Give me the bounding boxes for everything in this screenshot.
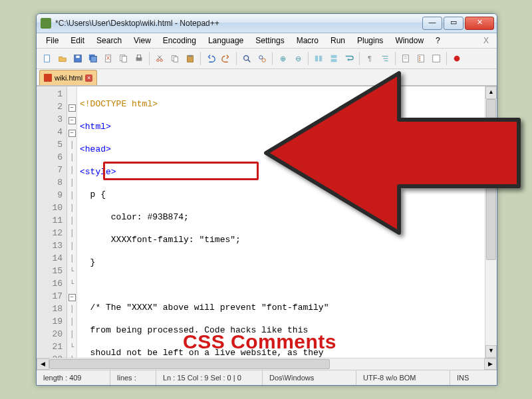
menubar: File Edit Search View Encoding Language …: [37, 33, 497, 49]
svg-rect-26: [331, 55, 337, 58]
maximize-button[interactable]: ▭: [444, 17, 464, 30]
tab-wiki[interactable]: wiki.html ×: [39, 70, 97, 85]
svg-point-36: [419, 58, 420, 59]
status-mode: INS: [450, 370, 497, 385]
status-position: Ln : 15 Col : 9 Sel : 0 | 0: [156, 370, 263, 385]
fold-column[interactable]: − − − ││││││││││ └ └ − │││ └ └: [67, 86, 77, 358]
status-lines: lines :: [110, 370, 156, 385]
statusbar: length : 409 lines : Ln : 15 Col : 9 Sel…: [37, 370, 497, 385]
close-button[interactable]: ✕: [465, 17, 494, 30]
svg-point-12: [157, 59, 160, 62]
new-file-icon[interactable]: [41, 52, 54, 65]
menu-run[interactable]: Run: [325, 35, 350, 47]
undo-icon[interactable]: [204, 52, 217, 65]
cut-icon[interactable]: [153, 52, 166, 65]
svg-point-39: [454, 56, 460, 62]
menu-view[interactable]: View: [128, 35, 156, 47]
folder-view-icon[interactable]: [430, 52, 443, 65]
scroll-down-icon[interactable]: ▼: [485, 345, 497, 358]
svg-rect-2: [76, 56, 79, 59]
status-eol: Dos\Windows: [263, 370, 356, 385]
paste-icon[interactable]: [184, 52, 197, 65]
svg-rect-24: [315, 56, 318, 62]
window-controls: — ▭ ✕: [422, 17, 494, 30]
function-list-icon[interactable]: [414, 52, 428, 65]
indent-guide-icon[interactable]: [378, 52, 392, 65]
tab-close-icon[interactable]: ×: [85, 74, 92, 82]
copy-icon[interactable]: [168, 52, 182, 65]
minimize-button[interactable]: —: [422, 17, 442, 30]
toolbar: ⊕ ⊖ ¶: [37, 49, 497, 69]
scroll-right-icon[interactable]: ▶: [484, 358, 497, 370]
replace-icon[interactable]: [255, 52, 269, 65]
menu-macro[interactable]: Macro: [291, 35, 324, 47]
show-all-chars-icon[interactable]: ¶: [363, 52, 376, 65]
sync-h-icon[interactable]: [327, 52, 340, 65]
svg-line-21: [248, 60, 251, 63]
svg-rect-9: [122, 57, 126, 63]
vertical-scrollbar[interactable]: ▲ ▼: [485, 86, 497, 358]
status-encoding: UTF-8 w/o BOM: [356, 370, 450, 385]
zoom-out-icon[interactable]: ⊖: [291, 52, 305, 65]
svg-point-22: [259, 56, 263, 59]
redo-icon[interactable]: [219, 52, 233, 65]
scroll-thumb[interactable]: [486, 99, 496, 260]
line-number-gutter: 12345678910111213141516171819202122: [37, 86, 67, 358]
svg-point-13: [160, 59, 163, 62]
sync-v-icon[interactable]: [312, 52, 325, 65]
titlebar[interactable]: *C:\Users\User\Desktop\wiki.html - Notep…: [37, 14, 497, 33]
svg-point-35: [419, 57, 420, 58]
svg-rect-27: [331, 59, 337, 62]
find-icon[interactable]: [240, 52, 253, 65]
svg-rect-5: [106, 55, 111, 63]
menu-encoding[interactable]: Encoding: [158, 35, 201, 47]
tabbar: wiki.html ×: [37, 69, 497, 86]
menu-window[interactable]: Window: [390, 35, 429, 47]
wrap-icon[interactable]: [342, 52, 356, 65]
svg-rect-0: [45, 55, 50, 63]
svg-point-20: [244, 56, 249, 61]
zoom-in-icon[interactable]: ⊕: [276, 52, 289, 65]
status-length: length : 409: [37, 370, 110, 385]
svg-rect-11: [137, 55, 140, 58]
open-file-icon[interactable]: [56, 52, 69, 65]
menu-settings[interactable]: Settings: [250, 35, 289, 47]
svg-rect-19: [188, 55, 192, 57]
svg-rect-34: [418, 55, 424, 63]
menu-help[interactable]: ?: [430, 35, 446, 47]
svg-rect-4: [91, 57, 97, 63]
svg-rect-38: [433, 55, 440, 63]
svg-rect-25: [319, 56, 322, 62]
svg-rect-17: [174, 57, 178, 62]
code-area[interactable]: <!DOCTYPE html> <html> <head> <style> p …: [77, 86, 485, 358]
editor: 12345678910111213141516171819202122 − − …: [37, 86, 497, 358]
horizontal-scrollbar[interactable]: ◀ ▶: [37, 358, 497, 370]
menu-edit[interactable]: Edit: [65, 35, 90, 47]
menu-file[interactable]: File: [41, 35, 64, 47]
tab-file-icon: [44, 74, 52, 82]
menu-language[interactable]: Language: [203, 35, 249, 47]
app-icon: [41, 18, 51, 29]
save-all-icon[interactable]: [86, 52, 100, 65]
svg-point-37: [419, 60, 420, 61]
print-icon[interactable]: [132, 52, 146, 65]
close-all-icon[interactable]: [117, 52, 130, 65]
macro-record-icon[interactable]: [450, 52, 464, 65]
tab-label: wiki.html: [55, 74, 82, 82]
app-window: *C:\Users\User\Desktop\wiki.html - Notep…: [36, 13, 497, 386]
window-title: *C:\Users\User\Desktop\wiki.html - Notep…: [55, 19, 422, 28]
menubar-close-icon[interactable]: X: [479, 35, 493, 47]
menu-plugins[interactable]: Plugins: [352, 35, 388, 47]
scroll-up-icon[interactable]: ▲: [485, 86, 497, 99]
menu-search[interactable]: Search: [91, 35, 127, 47]
save-icon[interactable]: [71, 52, 84, 65]
svg-point-23: [262, 59, 265, 62]
doc-map-icon[interactable]: [399, 52, 412, 65]
hscroll-thumb[interactable]: [49, 359, 330, 369]
scroll-left-icon[interactable]: ◀: [37, 358, 49, 370]
close-file-icon[interactable]: [102, 52, 115, 65]
